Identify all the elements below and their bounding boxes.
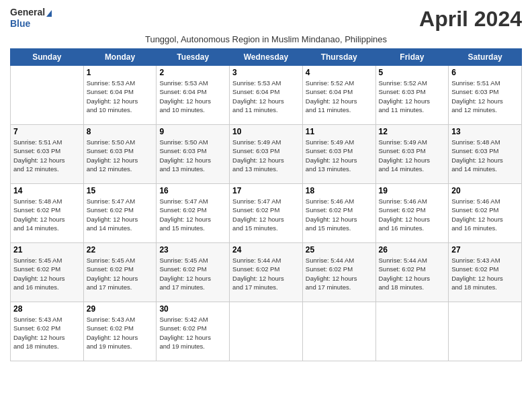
calendar-subtitle: Tunggol, Autonomous Region in Muslim Min… (10, 34, 522, 44)
weekday-header-tuesday: Tuesday (157, 49, 230, 66)
calendar-cell: 17Sunrise: 5:47 AM Sunset: 6:02 PM Dayli… (230, 184, 303, 243)
weekday-header-thursday: Thursday (302, 49, 375, 66)
day-number: 27 (451, 245, 519, 255)
logo-general: General (10, 7, 45, 17)
day-info: Sunrise: 5:43 AM Sunset: 6:02 PM Dayligh… (87, 315, 154, 351)
calendar-cell: 9Sunrise: 5:50 AM Sunset: 6:03 PM Daylig… (157, 125, 230, 184)
day-info: Sunrise: 5:44 AM Sunset: 6:02 PM Dayligh… (232, 256, 300, 291)
day-info: Sunrise: 5:53 AM Sunset: 6:04 PM Dayligh… (87, 79, 154, 114)
day-number: 25 (306, 245, 373, 255)
calendar-week-row: 21Sunrise: 5:45 AM Sunset: 6:02 PM Dayli… (11, 243, 522, 302)
calendar-cell: 6Sunrise: 5:51 AM Sunset: 6:03 PM Daylig… (449, 66, 522, 125)
weekday-header-sunday: Sunday (11, 49, 84, 66)
day-number: 3 (232, 68, 300, 77)
calendar-table: SundayMondayTuesdayWednesdayThursdayFrid… (10, 48, 522, 361)
day-info: Sunrise: 5:44 AM Sunset: 6:02 PM Dayligh… (379, 256, 446, 291)
day-info: Sunrise: 5:43 AM Sunset: 6:02 PM Dayligh… (451, 256, 519, 291)
day-info: Sunrise: 5:49 AM Sunset: 6:03 PM Dayligh… (379, 138, 446, 173)
day-number: 13 (451, 127, 519, 136)
day-info: Sunrise: 5:48 AM Sunset: 6:03 PM Dayligh… (451, 138, 519, 173)
weekday-header-saturday: Saturday (449, 49, 522, 66)
calendar-cell: 29Sunrise: 5:43 AM Sunset: 6:02 PM Dayli… (83, 302, 157, 361)
day-number: 18 (306, 186, 373, 195)
day-info: Sunrise: 5:43 AM Sunset: 6:02 PM Dayligh… (13, 315, 81, 351)
day-info: Sunrise: 5:51 AM Sunset: 6:03 PM Dayligh… (13, 138, 81, 173)
day-number: 17 (232, 186, 300, 195)
calendar-cell: 2Sunrise: 5:53 AM Sunset: 6:04 PM Daylig… (157, 66, 230, 125)
day-number: 14 (13, 186, 81, 195)
calendar-cell: 5Sunrise: 5:52 AM Sunset: 6:03 PM Daylig… (375, 66, 449, 125)
logo-text: General Blue (10, 7, 52, 30)
day-number: 11 (306, 127, 373, 136)
day-info: Sunrise: 5:50 AM Sunset: 6:03 PM Dayligh… (159, 138, 226, 173)
day-info: Sunrise: 5:48 AM Sunset: 6:02 PM Dayligh… (13, 197, 81, 232)
day-number: 7 (13, 127, 81, 136)
calendar-cell: 14Sunrise: 5:48 AM Sunset: 6:02 PM Dayli… (11, 184, 84, 243)
calendar-cell: 3Sunrise: 5:53 AM Sunset: 6:04 PM Daylig… (230, 66, 303, 125)
calendar-cell: 25Sunrise: 5:44 AM Sunset: 6:02 PM Dayli… (302, 243, 375, 302)
calendar-cell: 8Sunrise: 5:50 AM Sunset: 6:03 PM Daylig… (83, 125, 157, 184)
calendar-cell: 18Sunrise: 5:46 AM Sunset: 6:02 PM Dayli… (302, 184, 375, 243)
day-number: 22 (87, 245, 154, 255)
calendar-cell: 13Sunrise: 5:48 AM Sunset: 6:03 PM Dayli… (449, 125, 522, 184)
day-number: 16 (159, 186, 226, 195)
logo-icon (46, 10, 52, 17)
day-number: 6 (451, 68, 519, 77)
day-number: 8 (87, 127, 154, 136)
day-info: Sunrise: 5:42 AM Sunset: 6:02 PM Dayligh… (159, 315, 226, 351)
day-number: 21 (13, 245, 81, 255)
day-info: Sunrise: 5:49 AM Sunset: 6:03 PM Dayligh… (232, 138, 300, 173)
day-info: Sunrise: 5:45 AM Sunset: 6:02 PM Dayligh… (87, 256, 154, 291)
day-number: 1 (87, 68, 154, 77)
calendar-cell: 7Sunrise: 5:51 AM Sunset: 6:03 PM Daylig… (11, 125, 84, 184)
day-info: Sunrise: 5:50 AM Sunset: 6:03 PM Dayligh… (87, 138, 154, 173)
calendar-cell: 23Sunrise: 5:45 AM Sunset: 6:02 PM Dayli… (157, 243, 230, 302)
day-info: Sunrise: 5:53 AM Sunset: 6:04 PM Dayligh… (232, 79, 300, 114)
day-number: 5 (379, 68, 446, 77)
calendar-week-row: 1Sunrise: 5:53 AM Sunset: 6:04 PM Daylig… (11, 66, 522, 125)
calendar-cell: 27Sunrise: 5:43 AM Sunset: 6:02 PM Dayli… (449, 243, 522, 302)
day-number: 29 (87, 304, 154, 314)
calendar-cell: 30Sunrise: 5:42 AM Sunset: 6:02 PM Dayli… (157, 302, 230, 361)
day-info: Sunrise: 5:45 AM Sunset: 6:02 PM Dayligh… (13, 256, 81, 291)
weekday-header-wednesday: Wednesday (230, 49, 303, 66)
calendar-week-row: 7Sunrise: 5:51 AM Sunset: 6:03 PM Daylig… (11, 125, 522, 184)
day-info: Sunrise: 5:46 AM Sunset: 6:02 PM Dayligh… (451, 197, 519, 232)
day-info: Sunrise: 5:47 AM Sunset: 6:02 PM Dayligh… (159, 197, 226, 232)
calendar-cell: 10Sunrise: 5:49 AM Sunset: 6:03 PM Dayli… (230, 125, 303, 184)
month-title: April 2024 (419, 7, 522, 32)
calendar-cell: 19Sunrise: 5:46 AM Sunset: 6:02 PM Dayli… (375, 184, 449, 243)
day-info: Sunrise: 5:52 AM Sunset: 6:04 PM Dayligh… (306, 79, 373, 114)
day-number: 15 (87, 186, 154, 195)
calendar-cell (449, 302, 522, 361)
day-info: Sunrise: 5:49 AM Sunset: 6:03 PM Dayligh… (306, 138, 373, 173)
day-number: 28 (13, 304, 81, 314)
calendar-cell: 22Sunrise: 5:45 AM Sunset: 6:02 PM Dayli… (83, 243, 157, 302)
calendar-cell (302, 302, 375, 361)
logo: General Blue (10, 7, 52, 30)
calendar-cell: 28Sunrise: 5:43 AM Sunset: 6:02 PM Dayli… (11, 302, 84, 361)
calendar-cell (230, 302, 303, 361)
calendar-cell (375, 302, 449, 361)
day-info: Sunrise: 5:45 AM Sunset: 6:02 PM Dayligh… (159, 256, 226, 291)
day-number: 19 (379, 186, 446, 195)
day-number: 23 (159, 245, 226, 255)
day-info: Sunrise: 5:52 AM Sunset: 6:03 PM Dayligh… (379, 79, 446, 114)
day-number: 24 (232, 245, 300, 255)
day-number: 20 (451, 186, 519, 195)
calendar-cell: 20Sunrise: 5:46 AM Sunset: 6:02 PM Dayli… (449, 184, 522, 243)
day-info: Sunrise: 5:53 AM Sunset: 6:04 PM Dayligh… (159, 79, 226, 114)
calendar-cell (11, 66, 84, 125)
day-number: 4 (306, 68, 373, 77)
day-info: Sunrise: 5:44 AM Sunset: 6:02 PM Dayligh… (306, 256, 373, 291)
calendar-cell: 11Sunrise: 5:49 AM Sunset: 6:03 PM Dayli… (302, 125, 375, 184)
weekday-header-monday: Monday (83, 49, 157, 66)
calendar-cell: 24Sunrise: 5:44 AM Sunset: 6:02 PM Dayli… (230, 243, 303, 302)
calendar-week-row: 28Sunrise: 5:43 AM Sunset: 6:02 PM Dayli… (11, 302, 522, 361)
calendar-cell: 12Sunrise: 5:49 AM Sunset: 6:03 PM Dayli… (375, 125, 449, 184)
calendar-cell: 15Sunrise: 5:47 AM Sunset: 6:02 PM Dayli… (83, 184, 157, 243)
day-number: 10 (232, 127, 300, 136)
calendar-cell: 26Sunrise: 5:44 AM Sunset: 6:02 PM Dayli… (375, 243, 449, 302)
day-info: Sunrise: 5:46 AM Sunset: 6:02 PM Dayligh… (379, 197, 446, 232)
day-number: 30 (159, 304, 226, 314)
